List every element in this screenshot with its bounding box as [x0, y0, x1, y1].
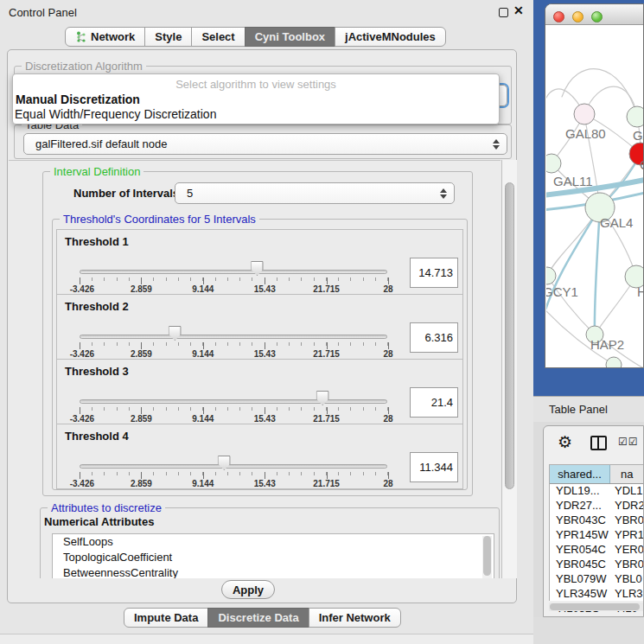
network-window-titlebar[interactable] — [545, 4, 644, 25]
tab-discretize-data[interactable]: Discretize Data — [207, 608, 309, 628]
settings-vertical-scrollbar[interactable] — [501, 160, 517, 578]
table-row[interactable]: YLR345WYLR3 — [550, 587, 644, 602]
column-header-shared-name[interactable]: shared... — [550, 465, 610, 483]
network-node[interactable] — [546, 267, 556, 284]
slider-track[interactable] — [80, 464, 387, 469]
cell-shared-name[interactable]: YBR043C — [550, 513, 610, 528]
node-label: C — [640, 157, 644, 172]
scrollbar-thumb[interactable] — [505, 182, 514, 489]
table-horizontal-scrollbar[interactable] — [549, 603, 644, 611]
gear-icon[interactable]: ⚙ — [558, 432, 572, 452]
cell-name[interactable]: YLR3 — [610, 587, 644, 602]
slider-track[interactable] — [80, 270, 387, 274]
node-label: H — [637, 284, 644, 299]
network-node[interactable] — [606, 357, 622, 368]
tick-major — [327, 407, 328, 414]
cell-shared-name[interactable]: YPR145W — [550, 528, 610, 543]
tick-major — [80, 472, 80, 479]
tick-label: 21.715 — [313, 414, 340, 424]
cell-shared-name[interactable]: YBL079W — [550, 572, 610, 587]
cell-name[interactable]: YBR0 — [610, 558, 644, 572]
network-edge[interactable] — [562, 69, 637, 117]
tick-label: -3.426 — [70, 479, 94, 488]
tick-label: 28 — [383, 414, 392, 424]
tick-label: 28 — [383, 349, 392, 359]
table-data-combobox[interactable]: galFiltered.sif default node — [23, 133, 507, 155]
columns-icon[interactable] — [590, 436, 607, 450]
tab-jactivemnodules[interactable]: jActiveMNodules — [335, 27, 446, 47]
slider-track[interactable] — [80, 399, 387, 404]
combo-arrows-icon — [493, 139, 500, 150]
attribute-list-item[interactable]: SelfLoops — [53, 534, 494, 550]
slider-track[interactable] — [80, 335, 387, 339]
cell-shared-name[interactable]: YDR27... — [550, 499, 610, 513]
zoom-green-icon[interactable] — [591, 11, 603, 22]
network-node[interactable] — [574, 104, 595, 124]
cell-shared-name[interactable]: YBR045C — [550, 558, 610, 572]
cell-name[interactable]: YBL0 — [610, 572, 644, 587]
table-row[interactable]: YBR043CYBR0 — [550, 513, 644, 528]
column-header-name[interactable]: na — [610, 465, 644, 483]
tick-major — [327, 277, 328, 284]
threshold-value-field[interactable]: 21.4 — [410, 387, 458, 418]
tick-major — [388, 342, 389, 349]
algorithm-placeholder-item[interactable]: Select algorithm to view settings — [13, 78, 499, 91]
threshold-value-field[interactable]: 14.713 — [410, 258, 458, 288]
tick-label: 15.43 — [254, 284, 276, 294]
cell-name[interactable]: YDR2 — [610, 499, 644, 513]
numerical-attributes-list[interactable]: SelfLoopsTopologicalCoefficientBetweenne… — [52, 533, 494, 578]
discretization-algorithm-label: Discretization Algorithm — [22, 60, 146, 73]
node-label: GAL4 — [600, 215, 633, 230]
tab-cyni-toolbox[interactable]: Cyni Toolbox — [245, 27, 335, 47]
algorithm-item-equal-width[interactable]: Equal Width/Frequency Discretization — [15, 107, 216, 121]
tab-impute-data[interactable]: Impute Data — [124, 608, 208, 628]
tab-infer-network[interactable]: Infer Network — [309, 608, 401, 628]
apply-button[interactable]: Apply — [221, 580, 275, 599]
minimize-yellow-icon[interactable] — [572, 11, 583, 22]
combo-arrows-icon — [440, 188, 447, 199]
tick-label: 28 — [383, 284, 392, 294]
node-attribute-table: shared... na YDL19...YDL1YDR27...YDR2YBR… — [549, 464, 644, 601]
tab-label: Cyni Toolbox — [255, 30, 325, 43]
float-window-icon[interactable] — [499, 8, 508, 17]
number-of-intervals-label: Number of Intervals — [73, 187, 179, 200]
cell-name[interactable]: YDL1 — [610, 484, 644, 499]
close-icon[interactable]: ✕ — [513, 3, 524, 17]
table-row[interactable]: YDR27...YDR2 — [550, 499, 644, 513]
table-row[interactable]: YBR045CYBR0 — [550, 558, 644, 572]
tick-label: 21.715 — [313, 349, 340, 359]
tick-major — [265, 407, 265, 414]
table-row[interactable]: YER054CYER0 — [550, 543, 644, 558]
table-row[interactable]: YDL19...YDL1 — [550, 484, 644, 499]
tick-label: 21.715 — [313, 479, 340, 488]
threshold-value-field[interactable]: 11.344 — [410, 452, 458, 482]
cell-shared-name[interactable]: YER054C — [550, 543, 610, 558]
network-canvas[interactable]: GAL80GACGAL11GAL4GCY1HHAP2 — [546, 26, 644, 368]
attributes-list-scrollbar[interactable] — [482, 536, 492, 578]
table-row[interactable]: YBL079WYBL0 — [550, 572, 644, 587]
tab-style[interactable]: Style — [144, 27, 192, 47]
tab-network[interactable]: Network — [65, 27, 145, 47]
tick-label: 9.144 — [192, 414, 214, 424]
network-node[interactable] — [546, 154, 561, 173]
cell-shared-name[interactable]: YDL19... — [550, 484, 610, 499]
tick-label: 2.859 — [131, 349, 152, 359]
table-row[interactable]: YPR145WYPR1 — [550, 528, 644, 543]
close-red-icon[interactable] — [553, 11, 564, 22]
threshold-value-field[interactable]: 6.316 — [410, 322, 458, 353]
cell-shared-name[interactable]: YLR345W — [550, 587, 610, 602]
attribute-list-item[interactable]: TopologicalCoefficient — [53, 550, 494, 565]
app-root: Control Panel ✕ NetworkStyleSelectCyni T… — [0, 0, 644, 644]
cell-name[interactable]: YER0 — [610, 543, 644, 558]
threshold-block: Threshold 2 -3.4262.8599.14415.4321.7152… — [56, 294, 463, 360]
number-of-intervals-combobox[interactable]: 5 — [175, 182, 455, 204]
cell-name[interactable]: YPR1 — [610, 528, 644, 543]
cell-name[interactable]: YBR0 — [610, 513, 644, 528]
tab-select[interactable]: Select — [191, 27, 245, 47]
network-node[interactable] — [627, 106, 644, 127]
checkboxes-icon[interactable]: ☑☑ — [618, 436, 639, 448]
network-view-window: GAL80GACGAL11GAL4GCY1HHAP2 — [545, 3, 644, 368]
attribute-list-item[interactable]: BetweennessCentrality — [53, 565, 494, 578]
scrollbar-thumb[interactable] — [550, 603, 640, 610]
algorithm-item-manual[interactable]: Manual Discretization — [16, 92, 140, 106]
